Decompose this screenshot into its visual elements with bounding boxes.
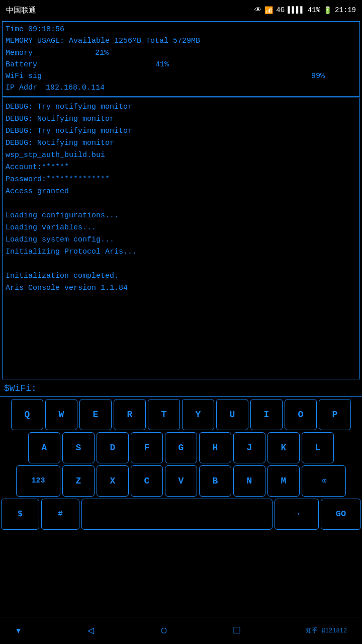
wifi-bar bbox=[46, 72, 307, 80]
console-line: Password:************** bbox=[6, 174, 356, 186]
key-s[interactable]: S bbox=[62, 432, 95, 463]
wifi-label: WiFi sig bbox=[6, 70, 46, 82]
console-line: Initializing Protocol Aris... bbox=[6, 246, 356, 258]
key-k[interactable]: K bbox=[267, 432, 300, 463]
key-go[interactable]: GO bbox=[321, 499, 361, 530]
battery-percent: 41% bbox=[308, 6, 320, 14]
nav-recent-icon[interactable]: □ bbox=[233, 624, 240, 637]
watermark-label: 知乎 @121812 bbox=[306, 626, 347, 635]
keyboard-row-4: $ # → GO bbox=[1, 499, 361, 530]
memory-percent: 21% bbox=[95, 47, 109, 59]
battery-label: Battery bbox=[6, 59, 46, 70]
memory-line: Memory 21% bbox=[6, 47, 356, 59]
time-line: Time 09:18:56 bbox=[6, 24, 356, 35]
keyboard-row-2: A S D F G H J K L bbox=[1, 432, 361, 463]
battery-icon: 🔋 bbox=[323, 6, 332, 15]
key-f[interactable]: F bbox=[131, 432, 163, 463]
key-q[interactable]: Q bbox=[11, 399, 43, 430]
key-y[interactable]: Y bbox=[182, 399, 214, 430]
memory-label: Memory bbox=[6, 47, 46, 59]
clock: 21:19 bbox=[335, 6, 356, 14]
key-hash[interactable]: # bbox=[41, 499, 79, 530]
console-line bbox=[6, 258, 356, 270]
key-v[interactable]: V bbox=[165, 465, 197, 497]
nav-bar: ▾ ◁ ○ □ 知乎 @121812 bbox=[0, 617, 362, 644]
signal-label: 4G bbox=[276, 6, 285, 14]
key-i[interactable]: I bbox=[250, 399, 283, 430]
console-area: DEBUG: Try notifying monitorDEBUG: Notif… bbox=[2, 98, 360, 379]
memory-usage-line: MEMORY USAGE: Available 1256MB Total 572… bbox=[6, 35, 356, 47]
keyboard: Q W E R T Y U I O P A S D F G H J K L 12… bbox=[0, 396, 362, 534]
info-panel: Time 09:18:56 MEMORY USAGE: Available 12… bbox=[2, 21, 360, 97]
console-line: DEBUG: Try notifying monitor bbox=[6, 125, 356, 137]
key-a[interactable]: A bbox=[28, 432, 60, 463]
key-u[interactable]: U bbox=[216, 399, 248, 430]
battery-percent-bar: 41% bbox=[155, 59, 169, 70]
ip-value: 192.168.0.114 bbox=[46, 82, 105, 94]
ip-label: IP Addr bbox=[6, 82, 46, 94]
console-line: Access granted bbox=[6, 186, 356, 198]
key-c[interactable]: C bbox=[131, 465, 163, 497]
key-123[interactable]: 123 bbox=[16, 465, 60, 497]
key-m[interactable]: M bbox=[267, 465, 300, 497]
ip-line: IP Addr 192.168.0.114 bbox=[6, 82, 356, 94]
console-line: Loading system config... bbox=[6, 234, 356, 246]
key-r[interactable]: R bbox=[114, 399, 146, 430]
wifi-icon: 📶 bbox=[264, 6, 273, 15]
key-j[interactable]: J bbox=[233, 432, 265, 463]
status-bar: 中国联通 👁 📶 4G ▌▌▌▌ 41% 🔋 21:19 bbox=[0, 0, 362, 20]
key-t[interactable]: T bbox=[148, 399, 180, 430]
keyboard-row-1: Q W E R T Y U I O P bbox=[1, 399, 361, 430]
battery-line: Battery 41% bbox=[6, 59, 356, 70]
key-h[interactable]: H bbox=[199, 432, 231, 463]
wifi-line: WiFi sig 99% bbox=[6, 70, 356, 82]
console-line: DEBUG: Notifying monitor bbox=[6, 137, 356, 149]
console-line bbox=[6, 198, 356, 210]
key-space[interactable] bbox=[81, 499, 273, 530]
battery-bar bbox=[46, 60, 151, 68]
key-backspace[interactable]: ⌫ bbox=[302, 465, 346, 497]
key-n[interactable]: N bbox=[233, 465, 265, 497]
console-line: DEBUG: Notifying monitor bbox=[6, 113, 356, 125]
key-l[interactable]: L bbox=[302, 432, 334, 463]
keyboard-row-3: 123 Z X C V B N M ⌫ bbox=[1, 465, 361, 497]
key-z[interactable]: Z bbox=[62, 465, 95, 497]
key-d[interactable]: D bbox=[97, 432, 129, 463]
input-line[interactable]: $WiFi: bbox=[0, 380, 362, 396]
wifi-percent: 99% bbox=[311, 70, 325, 82]
console-line: DEBUG: Try notifying monitor bbox=[6, 101, 356, 113]
signal-bars-icon: ▌▌▌▌ bbox=[288, 6, 305, 14]
key-p[interactable]: P bbox=[319, 399, 351, 430]
status-right: 👁 📶 4G ▌▌▌▌ 41% 🔋 21:19 bbox=[254, 6, 356, 15]
key-x[interactable]: X bbox=[97, 465, 129, 497]
console-line: Initialization completed. bbox=[6, 270, 356, 282]
console-line: Account:****** bbox=[6, 162, 356, 174]
nav-back-icon[interactable]: ◁ bbox=[87, 624, 94, 637]
key-b[interactable]: B bbox=[199, 465, 231, 497]
nav-home-icon[interactable]: ○ bbox=[160, 623, 168, 638]
key-g[interactable]: G bbox=[165, 432, 197, 463]
key-dollar[interactable]: $ bbox=[1, 499, 39, 530]
key-arrow[interactable]: → bbox=[275, 499, 319, 530]
nav-down-icon[interactable]: ▾ bbox=[15, 624, 22, 637]
carrier-label: 中国联通 bbox=[6, 6, 36, 15]
key-o[interactable]: O bbox=[285, 399, 317, 430]
console-line: wsp_stp_auth_build.bui bbox=[6, 149, 356, 162]
console-lines: DEBUG: Try notifying monitorDEBUG: Notif… bbox=[6, 101, 356, 294]
eye-icon: 👁 bbox=[254, 6, 261, 14]
key-e[interactable]: E bbox=[79, 399, 112, 430]
console-line: Aris Console version 1.1.84 bbox=[6, 282, 356, 294]
memory-bar bbox=[46, 49, 91, 57]
console-line: Loading configurations... bbox=[6, 210, 356, 222]
console-line: Loading variables... bbox=[6, 222, 356, 234]
key-w[interactable]: W bbox=[45, 399, 77, 430]
